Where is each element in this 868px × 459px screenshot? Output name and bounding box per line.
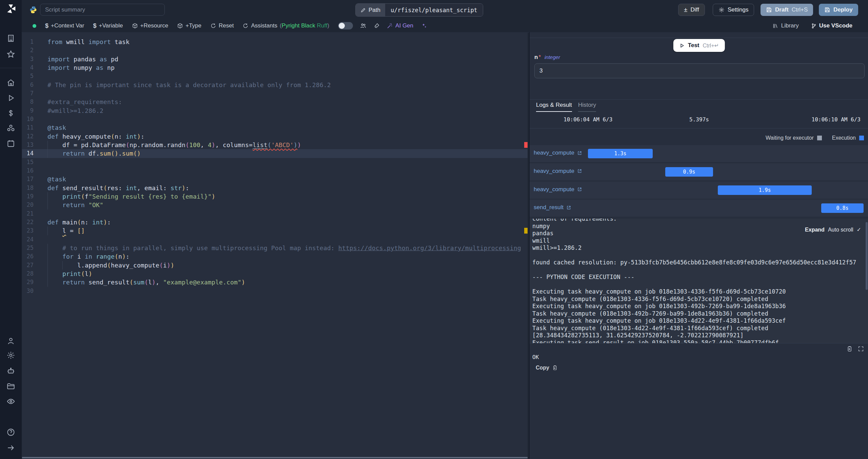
timeline-row: heavy_compute1.3s	[530, 145, 868, 162]
task-link[interactable]: send_result	[534, 204, 571, 211]
add-context-var-button[interactable]: $ +Context Var	[45, 22, 84, 29]
windmill-script-editor: Path u/rfiszel/pleasant_script ± Diff Se…	[0, 0, 868, 459]
task-link[interactable]: heavy_compute	[534, 168, 582, 175]
external-link-icon	[577, 151, 582, 156]
fullscreen-icon[interactable]	[858, 346, 864, 352]
line-number: 10	[22, 115, 34, 123]
log-output[interactable]: content of requirements: numpy pandas wm…	[530, 219, 868, 343]
result-actions	[846, 346, 864, 352]
folder-icon[interactable]	[6, 382, 15, 391]
line-number: 3	[22, 55, 34, 63]
line-number: 6	[22, 81, 34, 89]
help-icon[interactable]	[6, 428, 15, 437]
overview-marker	[524, 228, 528, 234]
reset-button[interactable]: Reset	[210, 22, 234, 29]
library-button[interactable]: Library	[772, 22, 799, 29]
library-icon	[772, 23, 779, 29]
code-line: df = pd.DataFrame(np.random.randn(100, 4…	[47, 141, 301, 149]
argument-n-input[interactable]	[534, 63, 865, 78]
code-editor[interactable]: 1from wmill import task23import pandas a…	[22, 32, 528, 459]
required-asterisk: *	[538, 54, 541, 61]
horizontal-scrollbar[interactable]	[22, 457, 528, 458]
code-line: print(l)	[47, 270, 92, 278]
use-vscode-button[interactable]: Use VScode	[810, 22, 852, 29]
legend-waiting-label: Waiting for executor	[766, 135, 814, 141]
people-icon	[360, 22, 367, 29]
copy-result-icon[interactable]	[846, 346, 852, 352]
line-number: 1	[22, 38, 34, 46]
code-line: return "OK"	[47, 201, 103, 209]
add-resource-button[interactable]: +Resource	[132, 22, 169, 29]
settings-button[interactable]: Settings	[713, 4, 754, 16]
add-variable-button[interactable]: $ +Variable	[93, 22, 123, 29]
code-line: return df.sum().sum()	[47, 149, 141, 158]
execution-bar: 0.9s	[665, 167, 713, 177]
line-number: 18	[22, 184, 34, 192]
arrow-right-icon[interactable]	[6, 443, 15, 452]
editor-toolbar: $ +Context Var $ +Variable +Resource +Ty…	[22, 19, 868, 33]
windmill-logo-icon[interactable]	[5, 3, 16, 14]
code-line: l.append(heavy_compute(i))	[47, 261, 174, 270]
robot-icon[interactable]	[6, 366, 15, 375]
home-icon[interactable]	[6, 78, 15, 87]
sparkles-icon	[421, 22, 428, 29]
assistants-button[interactable]: Assistants (Pyright Black Ruff)	[242, 22, 329, 29]
git-branch-icon	[810, 23, 817, 29]
play-icon[interactable]	[6, 94, 15, 102]
topbar: Path u/rfiszel/pleasant_script ± Diff Se…	[22, 0, 868, 19]
ai-gen-button[interactable]: AI Gen	[387, 22, 413, 29]
dollar-icon[interactable]	[6, 109, 15, 118]
draft-button[interactable]: Draft Ctrl+S	[761, 4, 813, 16]
script-summary-input[interactable]	[40, 4, 165, 16]
expand-button[interactable]: Expand	[805, 227, 825, 233]
code-line: for i in range(n):	[47, 252, 130, 261]
task-link[interactable]: heavy_compute	[534, 149, 582, 156]
code-line: def send_result(res: int, email: str):	[47, 184, 189, 192]
line-number: 12	[22, 132, 34, 141]
line-number: 27	[22, 261, 34, 270]
tab-history[interactable]: History	[578, 102, 596, 112]
log-text: content of requirements: numpy pandas wm…	[532, 219, 856, 343]
code-line: l = []	[47, 226, 85, 235]
copy-result-button[interactable]: Copy	[536, 365, 557, 371]
log-scrollbar[interactable]	[866, 222, 868, 290]
divider	[530, 343, 868, 343]
format-brush-button[interactable]	[373, 23, 380, 29]
package-icon	[132, 23, 138, 29]
add-type-button[interactable]: +Type	[177, 22, 201, 29]
test-button[interactable]: Test Ctrl+↵	[673, 39, 725, 52]
vim-mode-toggle[interactable]	[338, 22, 353, 29]
sidebar	[0, 0, 22, 459]
diff-button[interactable]: ± Diff	[678, 4, 705, 16]
divider	[530, 99, 868, 100]
line-number: 15	[22, 158, 34, 166]
cubes-icon[interactable]	[6, 124, 15, 133]
result-value: OK	[532, 354, 539, 360]
draft-shortcut: Ctrl+S	[792, 6, 808, 13]
task-link[interactable]: heavy_compute	[534, 186, 582, 193]
calendar-icon[interactable]	[6, 139, 15, 148]
line-number: 2	[22, 46, 34, 55]
sidebar-divider	[0, 68, 22, 68]
log-controls: Expand Auto scroll ✓	[805, 226, 861, 233]
person-icon[interactable]	[6, 337, 15, 345]
tab-logs-result[interactable]: Logs & Result	[536, 102, 572, 112]
autoscroll-label[interactable]: Auto scroll	[828, 227, 853, 233]
building-icon[interactable]	[6, 34, 15, 43]
code-line: return send_result(sum(l), "example@exam…	[47, 278, 245, 286]
deploy-button[interactable]: Deploy	[819, 4, 858, 16]
line-number: 30	[22, 287, 34, 295]
line-number: 17	[22, 175, 34, 183]
path-chip[interactable]: Path u/rfiszel/pleasant_script	[355, 3, 483, 17]
gear-icon[interactable]	[6, 351, 15, 360]
code-line: @task	[47, 175, 66, 183]
sparkles-button[interactable]	[421, 22, 428, 29]
pencil-icon	[360, 7, 366, 13]
eye-icon[interactable]	[6, 397, 15, 406]
collaborators-button[interactable]	[360, 22, 367, 29]
status-dot	[33, 24, 36, 28]
code-line: import pandas as pd	[47, 55, 118, 63]
star-icon[interactable]	[6, 50, 15, 59]
test-shortcut: Ctrl+↵	[703, 42, 719, 49]
package-icon	[177, 23, 183, 29]
